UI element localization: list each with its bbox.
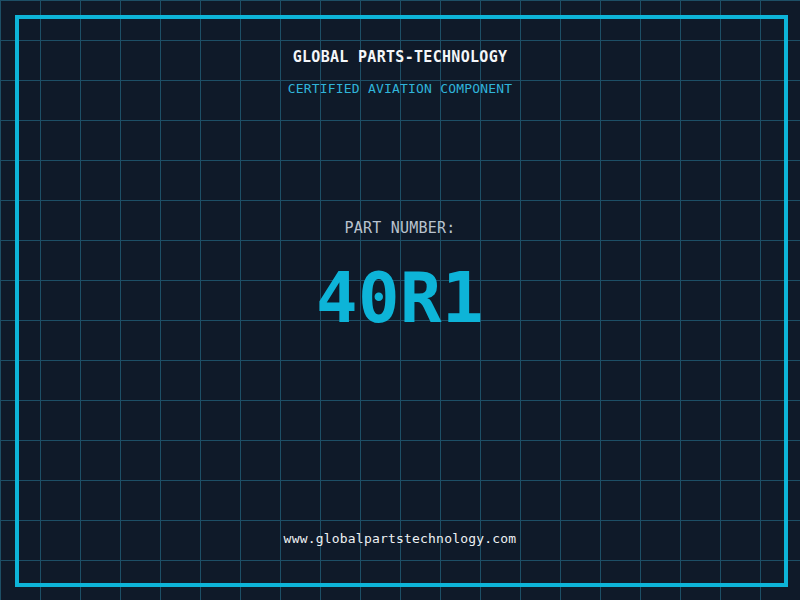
company-title: GLOBAL PARTS-TECHNOLOGY	[0, 48, 800, 66]
website-url: www.globalpartstechnology.com	[0, 531, 800, 546]
part-number-value: 40R1	[0, 264, 800, 333]
certification-subtitle: CERTIFIED AVIATION COMPONENT	[0, 81, 800, 96]
blueprint-screen: GLOBAL PARTS-TECHNOLOGY CERTIFIED AVIATI…	[0, 0, 800, 600]
part-number-label: PART NUMBER:	[0, 219, 800, 237]
